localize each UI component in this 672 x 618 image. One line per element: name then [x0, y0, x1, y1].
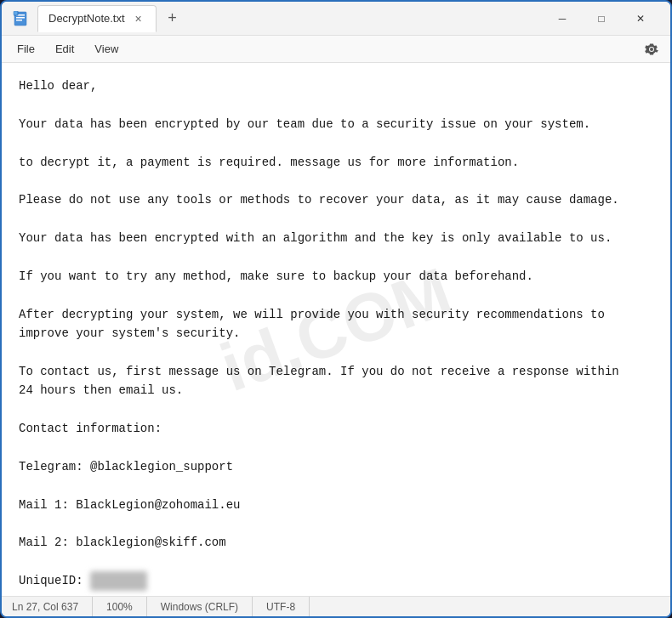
unique-id-value: ■■■■■■■■ — [90, 571, 147, 590]
text-line-10: Telegram: @blacklegion_support — [19, 457, 653, 476]
view-menu[interactable]: View — [86, 39, 127, 59]
text-line-12: Mail 2: blacklegion@skiff.com — [19, 533, 653, 552]
window-controls: ─ □ ✕ — [543, 5, 660, 32]
new-tab-button[interactable]: + — [160, 6, 185, 31]
text-line-3: to decrypt it, a payment is required. me… — [19, 153, 653, 172]
menu-bar: File Edit View — [2, 36, 670, 63]
tab-label: DecryptNote.txt — [48, 12, 125, 25]
cursor-position: Ln 27, Col 637 — [12, 597, 93, 616]
status-bar: Ln 27, Col 637 100% Windows (CRLF) UTF-8 — [2, 596, 670, 616]
text-line-4: Please do not use any tools or methods t… — [19, 190, 653, 209]
text-line-7b: improve your system's security. — [19, 324, 653, 343]
active-tab[interactable]: DecryptNote.txt × — [37, 5, 157, 32]
text-line-8a: To contact us, first message us on Teleg… — [19, 362, 653, 381]
text-content: Hello dear, Your data has been encrypted… — [19, 77, 653, 596]
editor-area[interactable]: id.COM Hello dear, Your data has been en… — [2, 63, 670, 596]
svg-rect-2 — [16, 17, 25, 19]
text-line-11: Mail 1: BlackLegion@zohomail.eu — [19, 496, 653, 514]
svg-rect-3 — [16, 20, 22, 21]
notepad-window: DecryptNote.txt × + ─ □ ✕ File Edit View… — [0, 0, 672, 618]
tab-close-button[interactable]: × — [132, 12, 145, 26]
encoding: UTF-8 — [253, 597, 310, 616]
close-button[interactable]: ✕ — [621, 5, 660, 32]
text-line-8b: 24 hours then email us. — [19, 381, 653, 400]
text-line-9: Contact information: — [19, 419, 653, 438]
text-line-7a: After decrypting your system, we will pr… — [19, 305, 653, 324]
svg-rect-4 — [14, 11, 18, 15]
file-menu[interactable]: File — [9, 39, 43, 59]
zoom-level: 100% — [93, 597, 147, 616]
text-line-13: UniqueID: ■■■■■■■■ — [19, 571, 653, 590]
gear-icon — [645, 43, 658, 56]
text-line-2: Your data has been encrypted by our team… — [19, 115, 653, 133]
minimize-button[interactable]: ─ — [543, 5, 582, 32]
title-bar: DecryptNote.txt × + ─ □ ✕ — [2, 2, 670, 36]
maximize-button[interactable]: □ — [582, 5, 621, 32]
text-line-5: Your data has been encrypted with an alg… — [19, 229, 653, 247]
text-line-6: If you want to try any method, make sure… — [19, 267, 653, 286]
edit-menu[interactable]: Edit — [47, 39, 83, 59]
text-line-1: Hello dear, — [19, 77, 653, 95]
settings-button[interactable] — [640, 37, 663, 61]
app-icon — [12, 10, 29, 27]
line-ending: Windows (CRLF) — [147, 597, 253, 616]
